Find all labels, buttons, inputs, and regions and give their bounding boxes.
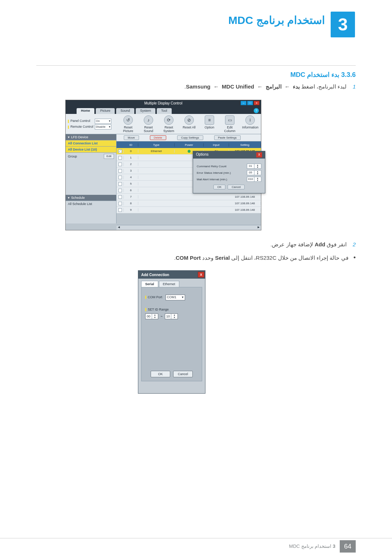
chapter-badge: 3 xyxy=(330,11,356,38)
add-connection-screenshot: Add Connection x Serial Ethernet COM Por… xyxy=(138,270,205,394)
sidebar-all-device[interactable]: All Device List (10) xyxy=(66,147,116,153)
step-2: 2 انقر فوق Add لإضافة جهاز عرض. xyxy=(270,241,356,248)
main-tabs: HomePictureSoundSystemTool xyxy=(66,107,261,114)
window-title: Multiple Display Control xyxy=(144,101,182,105)
section-number: 3.3.6 xyxy=(341,71,356,78)
popup-close-icon[interactable]: x xyxy=(256,152,262,157)
popup-title: Options xyxy=(196,152,208,157)
row-checkbox[interactable] xyxy=(118,156,122,160)
tilde: ~ xyxy=(160,315,163,319)
tab-tool[interactable]: Tool xyxy=(157,108,172,114)
step-1: 1 لبدء البرنامج، اضغط بدء ← البرامج ← Sa… xyxy=(184,83,356,90)
set-id-range-label: SET ID Range xyxy=(148,308,169,311)
row-checkbox[interactable]: ✓ xyxy=(118,149,122,153)
page-number: 64 xyxy=(340,540,356,553)
row-checkbox[interactable] xyxy=(118,163,122,166)
sidebar-schedule-header[interactable]: ▾Schedule xyxy=(66,195,116,201)
row-checkbox[interactable] xyxy=(118,169,122,173)
close-icon[interactable]: x xyxy=(254,101,260,105)
dialog-ok-button[interactable]: OK xyxy=(151,371,170,377)
error-interval-spinner[interactable]: 05▲▼ xyxy=(247,170,261,175)
dialog-title: Add Connection xyxy=(141,273,169,277)
com-port-select[interactable]: COM1 ▾ xyxy=(166,295,185,300)
page-footer: 3 استخدام برنامج MDC 64 xyxy=(0,538,392,554)
row-checkbox[interactable] xyxy=(118,176,122,179)
options-popup: Optionsx Command Retry Count01▲▼ Error S… xyxy=(193,151,265,193)
chapter-title: استخدام برنامج MDC xyxy=(228,14,325,26)
tab-picture[interactable]: Picture xyxy=(96,108,115,114)
table-row[interactable]: 8107.108.89.148 xyxy=(117,200,261,207)
panel-control-select[interactable]: On▾ xyxy=(95,119,111,124)
error-interval-label: Error Status Interval (min.) xyxy=(197,171,231,175)
row-checkbox[interactable] xyxy=(118,189,122,192)
dialog-close-icon[interactable]: x xyxy=(198,272,204,278)
row-checkbox[interactable] xyxy=(118,202,122,205)
sidebar-group-label: Group xyxy=(68,155,77,158)
range-to-spinner[interactable]: 10▲▼ xyxy=(165,313,178,319)
table-row[interactable]: 9107.108.89.148 xyxy=(117,207,261,213)
step-number: 1 xyxy=(353,83,356,90)
mdc-main-screenshot: Multiple Display Control – □ x HomePictu… xyxy=(65,100,261,230)
command-retry-label: Command Retry Count xyxy=(197,165,226,168)
divider xyxy=(36,65,356,66)
panel-control-label: Panel Control xyxy=(70,119,90,123)
row-checkbox[interactable] xyxy=(118,208,122,212)
reset-all-icon[interactable]: ⊘Reset All xyxy=(181,115,197,133)
dialog-titlebar: Add Connection x xyxy=(138,271,205,279)
popup-ok-button[interactable]: OK xyxy=(213,185,226,189)
table-header: ID Type Power Input Setting xyxy=(117,141,261,148)
section-title-text: بدء استخدام MDC xyxy=(290,71,339,78)
horizontal-scrollbar[interactable] xyxy=(117,225,261,230)
window-titlebar: Multiple Display Control – □ x xyxy=(66,100,261,107)
step-number: 2 xyxy=(353,241,356,247)
remote-control-select[interactable]: Disable▾ xyxy=(95,124,111,130)
mail-alert-label: Mail Alert Interval (min.) xyxy=(197,178,227,181)
remote-control-label: Remote Control xyxy=(70,125,93,128)
tab-ethernet[interactable]: Ethernet xyxy=(159,281,179,287)
dialog-cancel-button[interactable]: Cancel xyxy=(173,371,193,377)
table-row[interactable]: 7107.108.89.148 xyxy=(117,194,261,200)
tab-home[interactable]: Home xyxy=(77,108,94,114)
information-icon[interactable]: iInformation xyxy=(242,115,258,133)
footer-text: استخدام برنامج MDC xyxy=(289,543,331,549)
tab-sound[interactable]: Sound xyxy=(116,108,134,114)
popup-cancel-button[interactable]: Cancel xyxy=(228,185,245,189)
bullet-rs232c: • في حالة إجراء الاتصال من خلال RS232C، … xyxy=(174,254,356,262)
option-icon[interactable]: ≡Option xyxy=(201,115,217,133)
help-icon[interactable]: ? xyxy=(254,108,259,113)
bullet-icon: • xyxy=(354,254,356,261)
sidebar: ▾LFD Device All Connection List All Devi… xyxy=(66,134,117,223)
mail-alert-spinner[interactable]: 010▲▼ xyxy=(247,177,261,182)
reset-sound-icon[interactable]: ♪Reset Sound xyxy=(140,115,156,133)
tab-system[interactable]: System xyxy=(136,108,155,114)
tab-serial[interactable]: Serial xyxy=(141,281,158,287)
range-from-spinner[interactable]: 00▲▼ xyxy=(145,313,158,319)
maximize-icon[interactable]: □ xyxy=(247,101,253,105)
sidebar-edit-button[interactable]: Edit xyxy=(104,154,114,159)
sidebar-lfd-header[interactable]: ▾LFD Device xyxy=(66,134,116,140)
sidebar-all-connection[interactable]: All Connection List xyxy=(66,140,116,147)
reset-system-icon[interactable]: ⟳Reset System xyxy=(161,115,177,133)
row-checkbox[interactable] xyxy=(118,182,122,186)
section-heading: 3.3.6 بدء استخدام MDC xyxy=(290,71,356,79)
com-port-label: COM Port xyxy=(148,295,162,299)
sidebar-all-schedule[interactable]: All Schedule List xyxy=(68,202,92,206)
toolbar: Panel Control On▾ Remote Control Disable… xyxy=(66,114,261,134)
edit-column-icon[interactable]: ▭Edit Column xyxy=(222,115,238,133)
row-checkbox[interactable] xyxy=(118,195,122,199)
minimize-icon[interactable]: – xyxy=(241,101,246,105)
command-retry-spinner[interactable]: 01▲▼ xyxy=(247,164,261,169)
reset-picture-icon[interactable]: ↺Reset Picture xyxy=(120,115,136,133)
